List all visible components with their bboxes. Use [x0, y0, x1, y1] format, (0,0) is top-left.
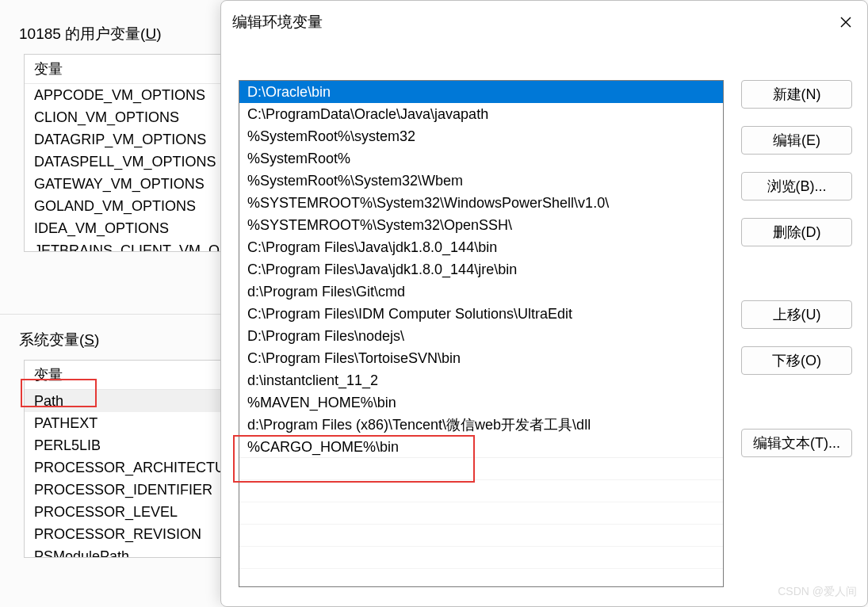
- path-item[interactable]: %SystemRoot%\system32: [239, 125, 723, 147]
- path-item[interactable]: %SystemRoot%: [239, 147, 723, 170]
- path-item[interactable]: d:\Program Files (x86)\Tencent\微信web开发者工…: [239, 414, 723, 436]
- path-item[interactable]: C:\Program Files\Java\jdk1.8.0_144\jre\b…: [239, 258, 723, 281]
- path-item[interactable]: %SYSTEMROOT%\System32\WindowsPowerShell\…: [239, 192, 723, 214]
- path-empty-row[interactable]: [239, 458, 723, 480]
- path-empty-row[interactable]: [239, 547, 723, 569]
- edit-text-button[interactable]: 编辑文本(T)...: [741, 429, 852, 457]
- path-item[interactable]: d:\instantclient_11_2: [239, 369, 723, 391]
- path-empty-row[interactable]: [239, 525, 723, 547]
- user-vars-label-suffix: ): [156, 25, 161, 42]
- path-item[interactable]: C:\Program Files\IDM Computer Solutions\…: [239, 303, 723, 325]
- browse-button[interactable]: 浏览(B)...: [741, 172, 852, 200]
- sys-vars-label-prefix: 系统变量(: [19, 331, 84, 348]
- user-vars-label-key: U: [145, 25, 156, 42]
- dialog-title: 编辑环境变量: [232, 12, 323, 32]
- close-icon: [840, 17, 851, 28]
- user-vars-label: 10185 的用户变量(U): [19, 24, 162, 44]
- dialog-buttons: 新建(N) 编辑(E) 浏览(B)... 删除(D) 上移(U) 下移(O) 编…: [741, 80, 852, 475]
- path-item[interactable]: D:\Program Files\nodejs\: [239, 325, 723, 347]
- path-item[interactable]: C:\Program Files\Java\jdk1.8.0_144\bin: [239, 236, 723, 258]
- path-entries-list[interactable]: D:\Oracle\bin C:\ProgramData\Oracle\Java…: [239, 80, 724, 587]
- path-empty-row[interactable]: [239, 480, 723, 502]
- sys-vars-label: 系统变量(S): [19, 330, 99, 350]
- path-item[interactable]: %SYSTEMROOT%\System32\OpenSSH\: [239, 214, 723, 236]
- delete-button[interactable]: 删除(D): [741, 218, 852, 246]
- user-vars-label-prefix: 10185 的用户变量(: [19, 25, 145, 42]
- edit-button[interactable]: 编辑(E): [741, 126, 852, 155]
- path-item[interactable]: d:\Program Files\Git\cmd: [239, 281, 723, 303]
- watermark: CSDN @爱人间: [778, 585, 857, 599]
- edit-env-var-dialog: 编辑环境变量 D:\Oracle\bin C:\ProgramData\Orac…: [220, 0, 868, 607]
- move-up-button[interactable]: 上移(U): [741, 300, 852, 329]
- move-down-button[interactable]: 下移(O): [741, 346, 852, 375]
- new-button[interactable]: 新建(N): [741, 80, 852, 109]
- path-empty-row[interactable]: [239, 502, 723, 525]
- path-item[interactable]: %MAVEN_HOME%\bin: [239, 391, 723, 414]
- path-item[interactable]: %SystemRoot%\System32\Wbem: [239, 170, 723, 192]
- path-item[interactable]: C:\Program Files\TortoiseSVN\bin: [239, 347, 723, 369]
- path-item[interactable]: D:\Oracle\bin: [239, 81, 723, 103]
- sys-vars-label-key: S: [84, 331, 94, 348]
- path-item[interactable]: %CARGO_HOME%\bin: [239, 436, 723, 458]
- close-button[interactable]: [835, 12, 856, 32]
- path-item[interactable]: C:\ProgramData\Oracle\Java\javapath: [239, 103, 723, 125]
- sys-vars-label-suffix: ): [94, 331, 99, 348]
